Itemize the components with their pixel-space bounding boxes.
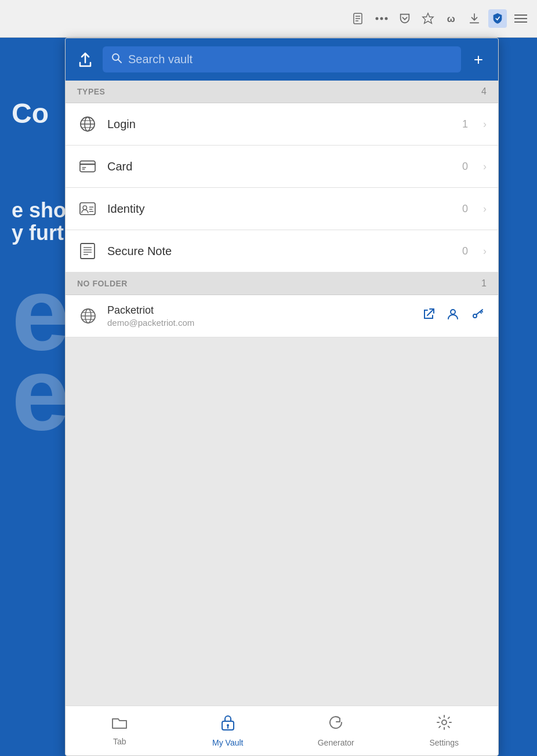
identity-count: 0 [462,203,468,215]
identity-icon [77,198,98,219]
svg-point-48 [442,720,447,725]
svg-rect-20 [80,161,95,172]
card-chevron: › [483,161,487,173]
svg-point-5 [380,17,383,20]
secure-note-count: 0 [462,245,468,257]
type-item-card[interactable]: Card 0 › [66,146,498,188]
popup-header: + [66,38,498,81]
bitwarden-popup: + TYPES 4 Login 1 › [65,38,499,756]
star-icon[interactable] [419,9,437,28]
nav-tab[interactable]: Tab [66,706,174,755]
identity-label: Identity [107,202,453,216]
note-icon [77,241,98,261]
launch-icon[interactable] [419,305,438,327]
add-button[interactable]: + [468,49,489,70]
nav-generator[interactable]: Generator [282,706,390,755]
pocket-icon[interactable] [396,9,414,28]
more-icon[interactable] [372,9,391,28]
entry-globe-icon [77,305,99,327]
entry-info: Packetriot demo@packetriot.com [107,304,411,328]
search-input[interactable] [128,53,453,66]
refresh-icon [328,714,344,735]
folder-icon [111,715,128,733]
type-item-login[interactable]: Login 1 › [66,103,498,146]
secure-note-chevron: › [483,245,487,257]
svg-line-14 [118,60,121,63]
types-section-header: TYPES 4 [66,81,498,103]
svg-point-25 [83,206,87,210]
type-item-identity[interactable]: Identity 0 › [66,188,498,230]
content-area [66,337,498,706]
back-button[interactable] [75,49,96,70]
search-icon [111,52,122,67]
bottom-nav: Tab My Vault Generator [66,706,498,755]
page-icon[interactable] [349,9,368,28]
settings-icon [436,714,452,735]
menu-icon[interactable] [511,9,530,28]
download-icon[interactable] [465,9,484,28]
no-folder-title: NO FOLDER [77,279,128,288]
login-count: 1 [462,118,468,130]
type-item-secure-note[interactable]: Secure Note 0 › [66,230,498,272]
types-title: TYPES [77,87,105,96]
card-icon [77,156,98,177]
ublock-icon[interactable]: ω [442,9,460,28]
browser-toolbar: ω [0,0,537,38]
card-label: Card [107,160,453,173]
svg-line-39 [427,309,434,315]
types-count: 4 [481,86,487,97]
identity-chevron: › [483,203,487,215]
card-count: 0 [462,161,468,173]
svg-marker-7 [423,13,433,23]
svg-line-43 [481,311,482,312]
vault-entry-packetriot[interactable]: Packetriot demo@packetriot.com [66,295,498,337]
login-chevron: › [483,118,487,130]
nav-my-vault[interactable]: My Vault [174,706,282,755]
entry-actions [419,305,487,327]
no-folder-count: 1 [481,278,487,289]
copy-password-icon[interactable] [468,305,487,327]
nav-settings-label: Settings [429,738,459,747]
nav-tab-label: Tab [113,737,126,746]
bitwarden-icon[interactable] [488,9,507,28]
no-folder-section-header: NO FOLDER 1 [66,272,498,295]
nav-vault-label: My Vault [212,738,243,747]
svg-rect-24 [80,203,95,215]
globe-icon [77,114,98,135]
svg-line-44 [480,312,481,313]
nav-generator-label: Generator [318,738,354,747]
svg-point-40 [451,310,455,314]
entry-email: demo@packetriot.com [107,318,411,328]
secure-note-label: Secure Note [107,245,453,258]
svg-rect-29 [81,243,95,259]
search-box[interactable] [103,46,461,72]
svg-text:ω: ω [447,13,455,24]
entry-name: Packetriot [107,304,411,317]
lock-icon [220,714,235,735]
login-label: Login [107,118,453,131]
svg-point-6 [385,17,388,20]
copy-username-icon[interactable] [444,305,462,327]
svg-point-4 [376,17,379,20]
nav-settings[interactable]: Settings [390,706,499,755]
